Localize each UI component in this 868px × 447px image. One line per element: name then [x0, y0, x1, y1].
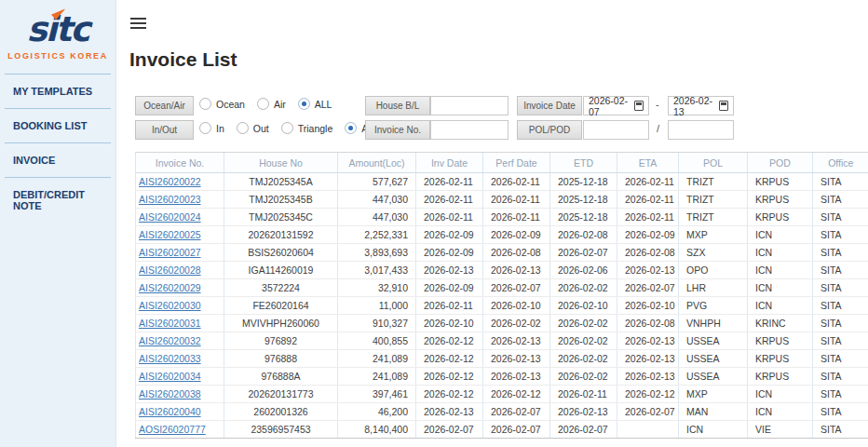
table-cell: 2026-02-02: [550, 279, 617, 297]
invoice-link[interactable]: AISI26020033: [139, 353, 201, 364]
radio-option-triangle[interactable]: Triangle: [281, 122, 333, 134]
invoice-link[interactable]: AISI26020040: [139, 406, 201, 417]
invoice-link[interactable]: AISI26020022: [139, 176, 201, 187]
pod-input[interactable]: [668, 120, 734, 140]
table-cell: 2026-02-12: [416, 332, 483, 350]
invoice-no-input[interactable]: [430, 120, 509, 140]
invoice-no-cell: AISI26020028: [136, 262, 224, 279]
table-row: AISI26020031MVIVHPH260060910,3272026-02-…: [136, 315, 868, 332]
table-row: AISI26020038202620131773397,4612026-02-1…: [136, 386, 868, 403]
table-cell: PVG: [679, 297, 748, 315]
main-content: Invoice List Ocean/Air OceanAirALL House…: [116, 0, 868, 447]
invoice-link[interactable]: AISI26020025: [139, 229, 201, 240]
radio-icon[interactable]: [237, 122, 249, 134]
table-cell: SITA: [813, 209, 868, 226]
sidebar-item-debit-credit-note[interactable]: DEBIT/CREDIT NOTE: [5, 177, 111, 223]
column-header-invoice-no-: Invoice No.: [136, 153, 224, 173]
invoice-no-cell: AISI26020033: [136, 350, 224, 368]
table-body: AISI26020022TMJ2025345A577,6272026-02-11…: [136, 173, 868, 439]
pol-pod-separator: /: [657, 123, 659, 134]
table-cell: 2025-12-18: [550, 173, 617, 191]
logo-text: sitc: [27, 12, 88, 47]
radio-icon[interactable]: [199, 98, 211, 110]
table-cell: 976888: [224, 350, 338, 368]
invoice-link[interactable]: AISI26020031: [139, 318, 201, 329]
table-row: AOSI26020777235969574538,140,4002026-02-…: [136, 421, 868, 439]
radio-option-all[interactable]: ALL: [298, 98, 332, 110]
table-row: AISI26020023TMJ2025345B447,0302026-02-11…: [136, 191, 868, 209]
radio-selected-icon[interactable]: [298, 98, 310, 110]
table-cell: SITA: [813, 262, 868, 279]
column-header-house-no: House No: [224, 153, 338, 173]
table-cell: 2026-02-11: [483, 209, 550, 226]
table-cell: 2025-12-18: [550, 191, 617, 209]
invoice-no-cell: AISI26020029: [136, 279, 224, 297]
radio-option-ocean[interactable]: Ocean: [199, 98, 245, 110]
hamburger-menu-icon[interactable]: [130, 18, 146, 30]
radio-option-in[interactable]: In: [199, 122, 224, 134]
table-cell: 2026-02-09: [416, 226, 483, 244]
table-cell: 2026-02-12: [416, 386, 483, 403]
radio-option-out[interactable]: Out: [237, 122, 269, 134]
invoice-link[interactable]: AOSI26020777: [139, 424, 206, 435]
table-cell: 2026-02-11: [416, 173, 483, 191]
table-cell: TMJ2025345C: [224, 209, 338, 226]
calendar-icon[interactable]: [719, 101, 728, 111]
invoice-date-from-value: 2026-02-07: [589, 95, 634, 117]
table-cell: SITA: [813, 191, 868, 209]
invoice-link[interactable]: AISI26020023: [139, 194, 201, 205]
table-cell: 2026-02-13: [617, 368, 679, 386]
table-cell: TRIZT: [679, 173, 748, 191]
radio-selected-icon[interactable]: [345, 122, 357, 134]
table-row: AISI26020029357222432,9102026-02-092026-…: [136, 279, 868, 297]
radio-label: ALL: [315, 99, 332, 110]
radio-icon[interactable]: [199, 122, 211, 134]
table-cell: 2026-02-13: [550, 403, 617, 421]
logo-subtitle: LOGISTICS KOREA: [0, 51, 115, 61]
radio-icon[interactable]: [257, 98, 269, 110]
table-cell: 2602001326: [224, 403, 338, 421]
column-header-eta: ETA: [617, 153, 679, 173]
table-cell: 2026-02-07: [483, 279, 550, 297]
table-cell: 447,030: [338, 209, 416, 226]
table-cell: 910,327: [338, 315, 416, 332]
house-bl-input[interactable]: [430, 96, 509, 115]
invoice-link[interactable]: AISI26020034: [139, 371, 201, 382]
table-cell: SITA: [813, 332, 868, 350]
invoice-link[interactable]: AISI26020038: [139, 388, 201, 400]
invoice-date-from-input[interactable]: 2026-02-07: [583, 96, 649, 115]
invoice-link[interactable]: AISI26020028: [139, 264, 201, 276]
invoice-link[interactable]: AISI26020027: [139, 247, 201, 258]
table-cell: 2026-02-13: [617, 350, 679, 368]
date-range-separator: -: [656, 99, 659, 110]
radio-option-air[interactable]: Air: [257, 98, 286, 110]
invoice-link[interactable]: AISI26020032: [139, 335, 201, 346]
invoice-no-cell: AISI26020025: [136, 226, 224, 244]
invoice-link[interactable]: AISI26020029: [139, 282, 201, 293]
table-cell: TRIZT: [679, 191, 748, 209]
table-row: AISI26020034976888A241,0892026-02-122026…: [136, 368, 868, 386]
pol-input[interactable]: [583, 120, 649, 140]
invoice-no-cell: AISI26020027: [136, 244, 224, 262]
radio-icon[interactable]: [281, 122, 293, 134]
table-cell: 2026-02-02: [550, 332, 617, 350]
invoice-no-label: Invoice No.: [365, 120, 430, 140]
invoice-date-to-input[interactable]: 2026-02-13: [668, 96, 734, 115]
table-cell: 241,089: [338, 368, 416, 386]
table-cell: USSEA: [679, 368, 748, 386]
table-cell: 2026-02-07: [550, 421, 617, 439]
invoice-link[interactable]: AISI26020024: [139, 211, 201, 223]
invoice-link[interactable]: AISI26020030: [139, 300, 201, 311]
sidebar-item-my-templates[interactable]: MY TEMPLATES: [5, 74, 111, 108]
table-cell: ICN: [748, 262, 813, 279]
sidebar-item-booking-list[interactable]: BOOKING LIST: [5, 108, 111, 142]
ocean-air-radio-group: OceanAirALL: [199, 98, 344, 110]
table-cell: SITA: [813, 315, 868, 332]
radio-label: In: [216, 123, 224, 134]
calendar-icon[interactable]: [634, 101, 644, 111]
invoice-no-cell: AISI26020024: [136, 209, 224, 226]
table-cell: KRPUS: [748, 191, 813, 209]
table-cell: 2026-02-10: [617, 297, 679, 315]
table-cell: 2026-02-07: [617, 403, 679, 421]
sidebar-item-invoice[interactable]: INVOICE: [5, 142, 111, 177]
